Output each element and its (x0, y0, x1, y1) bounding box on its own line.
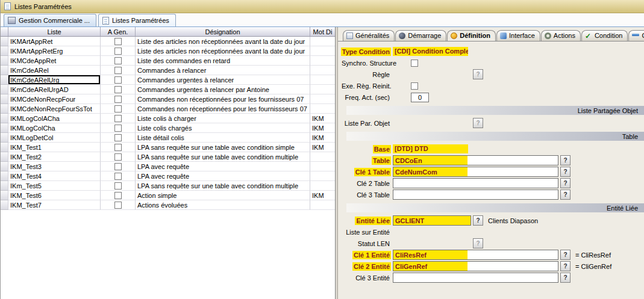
cell-designation[interactable]: Commandes non réceptionnées pour les fou… (136, 94, 310, 104)
cell-liste[interactable]: IKMCdeNonRecpFour (8, 94, 101, 104)
a-gen-checkbox[interactable] (114, 67, 122, 74)
a-gen-checkbox[interactable] (114, 125, 122, 132)
cell-designation[interactable]: Liste des commandes en retard (136, 56, 310, 66)
detail-tab[interactable]: Condi (628, 30, 644, 41)
cell-mot-directeur[interactable] (310, 37, 336, 46)
cle2-entite-input[interactable]: CliGenRef (393, 261, 558, 271)
header-liste[interactable]: Liste (8, 27, 101, 36)
cell-a-gen[interactable] (101, 133, 136, 143)
cell-liste[interactable]: IKM_Test1 (8, 143, 101, 152)
cell-liste[interactable]: IKM_Test4 (8, 171, 101, 181)
cell-liste[interactable]: IKMLogColCha (8, 123, 101, 133)
cell-mot-directeur[interactable]: IKM (310, 133, 336, 143)
a-gen-checkbox[interactable] (114, 115, 122, 122)
cell-a-gen[interactable] (101, 143, 136, 152)
a-gen-checkbox[interactable] (114, 173, 122, 180)
a-gen-checkbox[interactable] (114, 48, 122, 55)
row-selector[interactable] (1, 143, 8, 152)
row-selector[interactable] (1, 94, 8, 104)
cle3-table-help-button[interactable]: ? (560, 190, 571, 200)
a-gen-checkbox[interactable] (114, 105, 122, 113)
table-row[interactable]: IKMCdeNonRecpFourSsTot Commandes non réc… (1, 104, 335, 114)
a-gen-checkbox[interactable] (114, 96, 122, 103)
cell-designation[interactable]: LPA sans requête sur une table avec cond… (136, 143, 310, 152)
cell-designation[interactable]: Commandes à relancer (136, 66, 310, 75)
cell-designation[interactable]: Commandes urgentes à relancer par Antoin… (136, 85, 310, 94)
row-selector[interactable] (1, 56, 8, 66)
cell-mot-directeur[interactable] (310, 85, 336, 94)
row-selector[interactable] (1, 133, 8, 143)
cell-liste[interactable]: IKM_Test2 (8, 152, 101, 162)
table-row[interactable]: IKMArtAppRet Liste des articles non réce… (1, 37, 335, 46)
table-row[interactable]: IKMCdeAppRet Liste des commandes en reta… (1, 56, 335, 66)
exe-reg-reinit-checkbox[interactable] (411, 82, 418, 90)
cell-a-gen[interactable] (101, 85, 136, 94)
base-value[interactable]: [DTD] DTD (393, 144, 468, 153)
a-gen-checkbox[interactable] (114, 202, 122, 209)
table-row[interactable]: IKM_Test6 Action simple IKM (1, 191, 335, 200)
regle-help-button[interactable]: ? (473, 69, 483, 79)
cell-a-gen[interactable] (101, 123, 136, 133)
cell-liste[interactable]: IKm_Test5 (8, 181, 101, 191)
cell-a-gen[interactable] (101, 46, 136, 56)
main-tab[interactable]: Listes Paramétrées (98, 14, 176, 26)
cle1-table-input[interactable]: CdeNumCom (393, 167, 558, 177)
cell-liste[interactable]: IKmCdeARelUrg (8, 75, 101, 85)
row-selector[interactable] (1, 162, 8, 171)
table-help-button[interactable]: ? (560, 155, 571, 165)
row-selector[interactable] (1, 171, 8, 181)
cell-designation[interactable]: Liste détail colis (136, 133, 310, 143)
row-selector[interactable] (1, 85, 8, 94)
cell-designation[interactable]: Actions évoluées (136, 200, 310, 210)
cell-a-gen[interactable] (101, 94, 136, 104)
cell-liste[interactable]: IKMCdeAppRet (8, 56, 101, 66)
cell-mot-directeur[interactable]: IKM (310, 143, 336, 152)
cle1-entite-help-button[interactable]: ? (560, 250, 571, 260)
a-gen-checkbox[interactable] (114, 76, 122, 84)
a-gen-checkbox[interactable] (114, 134, 122, 141)
cell-a-gen[interactable] (101, 171, 136, 181)
a-gen-checkbox[interactable] (114, 57, 122, 64)
table-row[interactable]: IKmCdeARelUrgAD Commandes urgentes à rel… (1, 85, 335, 94)
a-gen-checkbox[interactable] (114, 153, 122, 161)
table-row[interactable]: IKM_Test2 LPA sans requête sur une table… (1, 152, 335, 162)
a-gen-checkbox[interactable] (114, 182, 122, 190)
entite-liee-input[interactable]: GCLIENT (393, 215, 471, 226)
table-row[interactable]: IKMLogColCha Liste colis chargés IKM (1, 123, 335, 133)
cell-a-gen[interactable] (101, 114, 136, 123)
cle2-entite-help-button[interactable]: ? (560, 261, 571, 271)
detail-tab[interactable]: Condition (581, 30, 628, 41)
detail-tab[interactable]: Actions (541, 30, 581, 41)
cell-designation[interactable]: Commandes non réceptionnées pour les fou… (136, 104, 310, 114)
cell-mot-directeur[interactable] (310, 56, 336, 66)
cell-designation[interactable]: Liste des articles non réceptionnées ava… (136, 46, 310, 56)
detail-tab[interactable]: Interface (496, 30, 540, 41)
table-row[interactable]: IKM_Test1 LPA sans requête sur une table… (1, 143, 335, 152)
cell-mot-directeur[interactable] (310, 162, 336, 171)
cle3-entite-help-button[interactable]: ? (560, 273, 571, 283)
detail-tab[interactable]: Démarrage (395, 30, 446, 41)
cell-designation[interactable]: Commandes urgentes à relancer (136, 75, 310, 85)
cell-mot-directeur[interactable] (310, 171, 336, 181)
table-row[interactable]: IKmCdeARelUrg Commandes urgentes à relan… (1, 75, 335, 85)
a-gen-checkbox[interactable] (114, 144, 122, 151)
a-gen-checkbox[interactable] (114, 163, 122, 170)
cell-mot-directeur[interactable] (310, 66, 336, 75)
table-row[interactable]: IKmCdeARel Commandes à relancer (1, 66, 335, 75)
cell-liste[interactable]: IKMLogDetCol (8, 133, 101, 143)
entite-liee-help-button[interactable]: ? (473, 215, 483, 226)
row-selector[interactable] (1, 37, 8, 46)
cell-a-gen[interactable] (101, 104, 136, 114)
cell-mot-directeur[interactable] (310, 200, 336, 210)
cell-a-gen[interactable] (101, 75, 136, 85)
cell-designation[interactable]: LPA sans requête sur une table avec cond… (136, 152, 310, 162)
a-gen-checkbox[interactable] (114, 86, 122, 93)
statut-len-help-button[interactable]: ? (473, 238, 483, 248)
cell-liste[interactable]: IKMCdeNonRecpFourSsTot (8, 104, 101, 114)
cle3-table-input[interactable] (393, 190, 558, 200)
table-row[interactable]: IKMCdeNonRecpFour Commandes non réceptio… (1, 94, 335, 104)
cell-mot-directeur[interactable] (310, 152, 336, 162)
header-a-gen[interactable]: A Gen. (101, 27, 136, 36)
cell-liste[interactable]: IKMArtAppRetErg (8, 46, 101, 56)
a-gen-checkbox[interactable] (114, 38, 122, 45)
